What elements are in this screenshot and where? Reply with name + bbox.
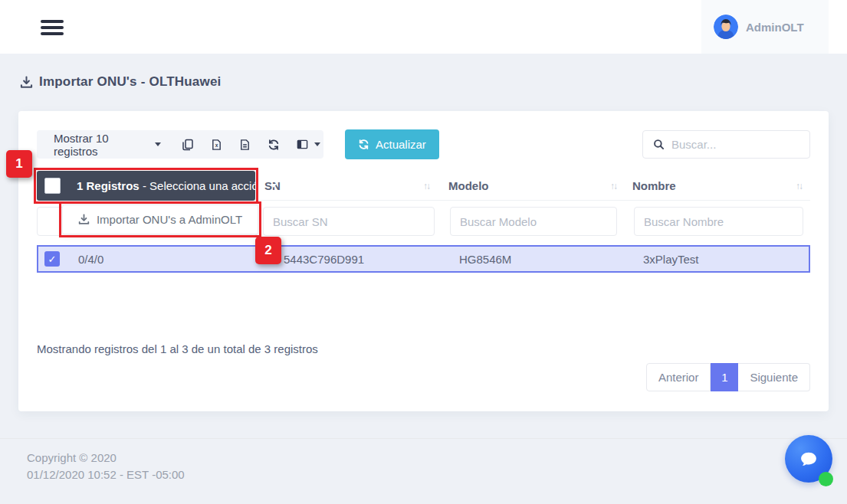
sort-icon[interactable]: ↑↓ xyxy=(423,171,429,201)
pagination: Anterior 1 Siguiente xyxy=(646,363,810,391)
footer-copyright: Copyright © 2020 xyxy=(27,451,117,464)
top-navbar: AdminOLT xyxy=(0,0,847,54)
user-name: AdminOLT xyxy=(746,21,804,34)
annotation-badge-1: 1 xyxy=(6,150,32,178)
filter-modelo-input[interactable] xyxy=(450,207,617,236)
search-icon xyxy=(653,139,665,150)
annotation-badge-2: 2 xyxy=(255,237,281,264)
reload-table-button[interactable] xyxy=(259,130,287,159)
import-onus-menu-item[interactable]: Importar ONU's a AdminOLT xyxy=(62,205,258,234)
chat-widget-button[interactable] xyxy=(785,435,832,483)
footer-timestamp: 01/12/2020 10:52 - EST -05:00 xyxy=(27,468,185,481)
pagination-next[interactable]: Siguiente xyxy=(738,363,810,391)
cell-nombre: 3xPlayTest xyxy=(643,247,699,271)
import-onus-label: Importar ONU's a AdminOLT xyxy=(97,213,242,226)
page-title-text: Importar ONU's - OLTHuawei xyxy=(39,74,222,90)
chat-bubble-icon xyxy=(796,446,822,472)
caret-down-icon xyxy=(314,142,320,146)
cell-interface: 0/4/0 xyxy=(78,247,103,271)
cell-sn: 5443C796D991 xyxy=(284,247,364,271)
user-menu[interactable]: AdminOLT xyxy=(701,0,829,54)
row-checkbox-checked[interactable]: ✓ xyxy=(44,251,60,267)
export-excel-button[interactable]: x xyxy=(202,130,230,159)
global-search xyxy=(642,130,810,159)
actualizar-label: Actualizar xyxy=(376,138,426,151)
document-icon xyxy=(239,139,251,151)
user-avatar xyxy=(714,15,738,39)
onu-table-card: Mostrar 10 registros x xyxy=(18,111,829,411)
pagination-page-1[interactable]: 1 xyxy=(711,363,738,391)
actualizar-button[interactable]: Actualizar xyxy=(345,129,439,159)
sort-icon[interactable]: ↑↓ xyxy=(796,171,802,201)
records-summary: Mostrando registros del 1 al 3 de un tot… xyxy=(37,342,318,355)
table-toolbar: Mostrar 10 registros x xyxy=(37,130,323,159)
pagination-previous[interactable]: Anterior xyxy=(646,363,711,391)
copy-button[interactable] xyxy=(173,130,202,159)
caret-down-icon xyxy=(271,184,277,188)
import-download-icon xyxy=(78,214,90,225)
column-header-nombre[interactable]: Nombre xyxy=(632,171,676,201)
cell-modelo: HG8546M xyxy=(459,247,511,271)
footer-divider xyxy=(0,438,847,439)
page-title: Importar ONU's - OLTHuawei xyxy=(20,74,222,90)
column-visibility-caret[interactable] xyxy=(310,130,323,159)
online-status-dot xyxy=(819,472,833,486)
caret-down-icon xyxy=(155,142,161,146)
bulk-action-dropdown[interactable]: 1 Registros - Selecciona una acción xyxy=(37,171,255,201)
show-entries-label: Mostrar 10 registros xyxy=(54,132,149,158)
excel-file-icon: x xyxy=(211,139,222,151)
search-input[interactable] xyxy=(671,138,786,151)
refresh-icon xyxy=(268,139,280,151)
show-entries-dropdown[interactable]: Mostrar 10 registros xyxy=(37,130,173,159)
sort-icon[interactable]: ↑↓ xyxy=(610,171,616,201)
check-icon: ✓ xyxy=(48,254,57,265)
bulk-action-label: - Selecciona una acción xyxy=(143,179,264,192)
refresh-icon xyxy=(358,139,369,150)
table-row[interactable]: ✓ 0/4/0 5443C796D991 HG8546M 3xPlayTest xyxy=(37,245,810,273)
filter-sn-input[interactable] xyxy=(263,207,435,236)
filter-nombre-input[interactable] xyxy=(634,207,803,236)
column-header-modelo[interactable]: Modelo xyxy=(448,171,489,201)
selected-count-label: 1 Registros xyxy=(77,179,140,192)
svg-text:x: x xyxy=(215,142,218,148)
screen: AdminOLT Importar ONU's - OLTHuawei Most… xyxy=(0,0,847,504)
export-file-button[interactable] xyxy=(231,130,259,159)
copy-icon xyxy=(182,139,194,151)
columns-icon xyxy=(296,139,309,150)
hamburger-menu-icon[interactable] xyxy=(41,20,64,38)
import-download-icon xyxy=(20,76,33,89)
select-all-checkbox[interactable] xyxy=(44,178,61,194)
